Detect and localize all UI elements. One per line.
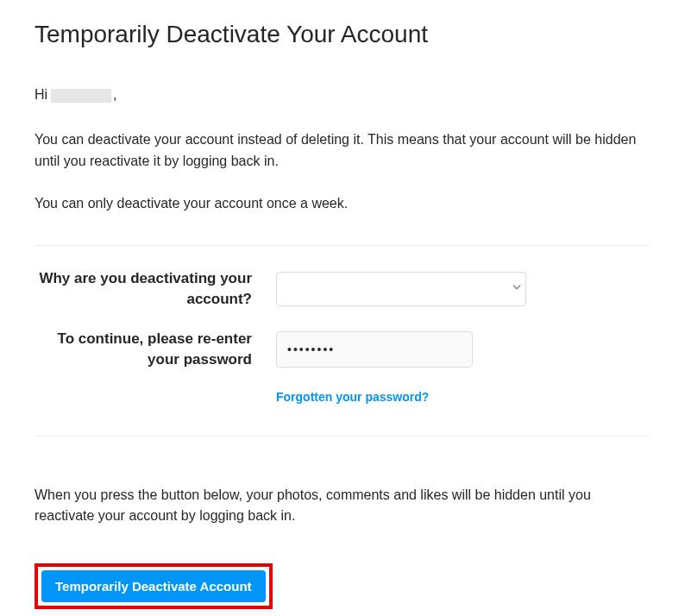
greeting: Hi, [35,85,650,105]
bottom-info: When you press the button below, your ph… [35,485,647,528]
reason-label: Why are you deactivating your account? [35,268,276,310]
greeting-prefix: Hi [35,87,47,102]
greeting-suffix: , [113,87,116,102]
page-title: Temporarily Deactivate Your Account [35,21,650,48]
description-paragraph-2: You can only deactivate your account onc… [35,193,647,215]
forgot-password-link[interactable]: Forgotten your password? [276,390,429,404]
highlight-box: Temporarily Deactivate Account [35,563,273,609]
reason-select-wrap [276,272,535,306]
form-section: Why are you deactivating your account? T… [35,268,650,404]
deactivate-button[interactable]: Temporarily Deactivate Account [41,570,266,602]
description-paragraph-1: You can deactivate your account instead … [35,129,647,173]
password-label: To continue, please re-enter your passwo… [35,329,276,370]
password-input[interactable] [276,331,473,368]
redacted-name [51,89,111,103]
divider-bottom [35,436,650,437]
reason-select[interactable] [276,272,526,306]
divider-top [35,245,650,246]
